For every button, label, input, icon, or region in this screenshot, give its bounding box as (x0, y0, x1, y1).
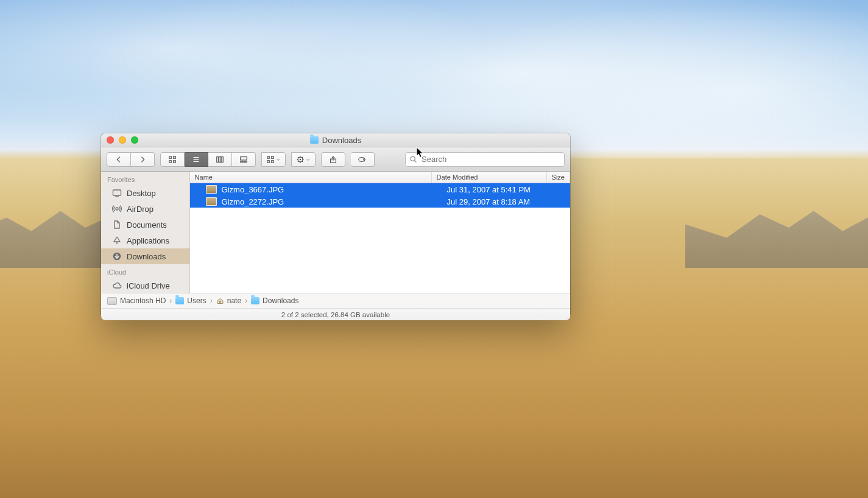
path-label: nate (227, 296, 241, 305)
file-row[interactable]: Gizmo_2272.JPG Jul 29, 2007 at 8:18 AM (190, 195, 570, 208)
svg-rect-7 (217, 156, 219, 162)
documents-icon (112, 220, 122, 230)
list-view-button[interactable] (185, 152, 208, 167)
svg-rect-12 (243, 161, 245, 162)
folder-icon (251, 297, 259, 304)
close-button[interactable] (107, 136, 114, 144)
desktop-icon (112, 188, 122, 198)
file-name: Gizmo_2272.JPG (222, 197, 284, 206)
search-field[interactable] (405, 152, 565, 167)
column-headers: Name Date Modified Size (190, 172, 570, 183)
sidebar: Favorites Desktop AirDrop Documents Appl… (101, 172, 190, 293)
path-segment[interactable]: Macintosh HD (107, 296, 166, 305)
desktop-background: Downloads (0, 0, 868, 498)
path-segment[interactable]: nate (216, 296, 241, 305)
chevron-right-icon: › (244, 296, 249, 305)
sidebar-item-downloads[interactable]: Downloads (101, 248, 189, 264)
sidebar-item-applications[interactable]: Applications (101, 233, 189, 248)
column-name[interactable]: Name (190, 172, 432, 183)
hd-icon (107, 297, 117, 305)
zoom-button[interactable] (131, 136, 138, 144)
sidebar-item-icloud-drive[interactable]: iCloud Drive (101, 278, 189, 293)
view-buttons (160, 152, 256, 167)
file-date: Jul 29, 2007 at 8:18 AM (447, 197, 531, 206)
action-menu (291, 152, 316, 167)
mountain-decor (685, 201, 868, 268)
svg-line-24 (298, 156, 298, 157)
svg-rect-2 (169, 160, 172, 163)
sidebar-item-label: Applications (127, 236, 169, 245)
svg-point-19 (300, 158, 302, 160)
status-bar: 2 of 2 selected, 26.84 GB available (101, 308, 570, 320)
toolbar (101, 147, 570, 172)
path-label: Macintosh HD (120, 296, 166, 305)
sidebar-item-label: iCloud Drive (127, 281, 170, 290)
forward-button[interactable] (131, 152, 155, 167)
nav-buttons (107, 152, 155, 167)
svg-rect-14 (267, 156, 270, 158)
image-file-icon (206, 185, 217, 194)
svg-rect-40 (219, 301, 221, 303)
mouse-cursor (416, 147, 425, 159)
svg-rect-13 (245, 161, 247, 162)
airdrop-icon (112, 204, 122, 214)
column-date-modified[interactable]: Date Modified (432, 172, 547, 183)
svg-line-27 (298, 161, 298, 161)
file-list: Name Date Modified Size Gizmo_3667.JPG J… (190, 172, 570, 293)
titlebar[interactable]: Downloads (101, 133, 570, 147)
folder-icon (310, 136, 319, 144)
back-button[interactable] (107, 152, 131, 167)
path-label: Users (187, 296, 206, 305)
folder-icon (175, 297, 184, 304)
svg-rect-10 (241, 156, 247, 160)
minimize-button[interactable] (119, 136, 126, 144)
group-by (261, 152, 286, 167)
sidebar-section-favorites: Favorites (101, 172, 189, 185)
file-row[interactable]: Gizmo_3667.JPG Jul 31, 2007 at 5:41 PM (190, 183, 570, 195)
path-segment[interactable]: Users (175, 296, 206, 305)
status-text: 2 of 2 selected, 26.84 GB available (281, 311, 390, 318)
svg-rect-3 (174, 160, 176, 163)
window-title: Downloads (310, 136, 361, 145)
column-view-button[interactable] (208, 152, 232, 167)
svg-rect-11 (241, 161, 242, 162)
window-controls (107, 136, 138, 144)
file-date: Jul 31, 2007 at 5:41 PM (447, 185, 531, 194)
path-segment[interactable]: Downloads (251, 296, 298, 305)
sidebar-item-label: Desktop (127, 189, 156, 198)
svg-rect-1 (174, 156, 176, 158)
svg-rect-15 (272, 156, 274, 158)
svg-point-36 (116, 208, 118, 210)
sidebar-item-desktop[interactable]: Desktop (101, 185, 189, 201)
search-input[interactable] (420, 154, 560, 164)
svg-point-31 (363, 158, 365, 160)
column-size[interactable]: Size (547, 172, 570, 183)
sidebar-section-icloud: iCloud (101, 264, 189, 278)
path-bar: Macintosh HD › Users › nate › Downloads (101, 293, 570, 308)
path-label: Downloads (263, 296, 298, 305)
share-button[interactable] (321, 152, 345, 167)
gallery-view-button[interactable] (232, 152, 256, 167)
svg-rect-17 (272, 160, 274, 163)
sidebar-item-label: Downloads (127, 252, 166, 261)
window-title-text: Downloads (322, 136, 361, 145)
svg-line-26 (302, 156, 303, 157)
image-file-icon (206, 197, 217, 206)
downloads-icon (112, 251, 122, 261)
finder-window: Downloads (101, 133, 570, 318)
svg-line-25 (302, 161, 303, 161)
applications-icon (112, 236, 122, 245)
sidebar-item-documents[interactable]: Documents (101, 217, 189, 233)
svg-rect-30 (359, 157, 365, 161)
chevron-right-icon: › (209, 296, 214, 305)
sidebar-item-airdrop[interactable]: AirDrop (101, 201, 189, 217)
tags-button[interactable] (351, 152, 375, 167)
svg-rect-9 (221, 156, 223, 162)
icon-view-button[interactable] (160, 152, 185, 167)
file-name: Gizmo_3667.JPG (222, 185, 284, 194)
group-by-button[interactable] (261, 152, 286, 167)
file-rows[interactable]: Gizmo_3667.JPG Jul 31, 2007 at 5:41 PM G… (190, 183, 570, 293)
svg-line-33 (415, 161, 417, 163)
svg-rect-0 (169, 156, 172, 158)
action-button[interactable] (291, 152, 316, 167)
